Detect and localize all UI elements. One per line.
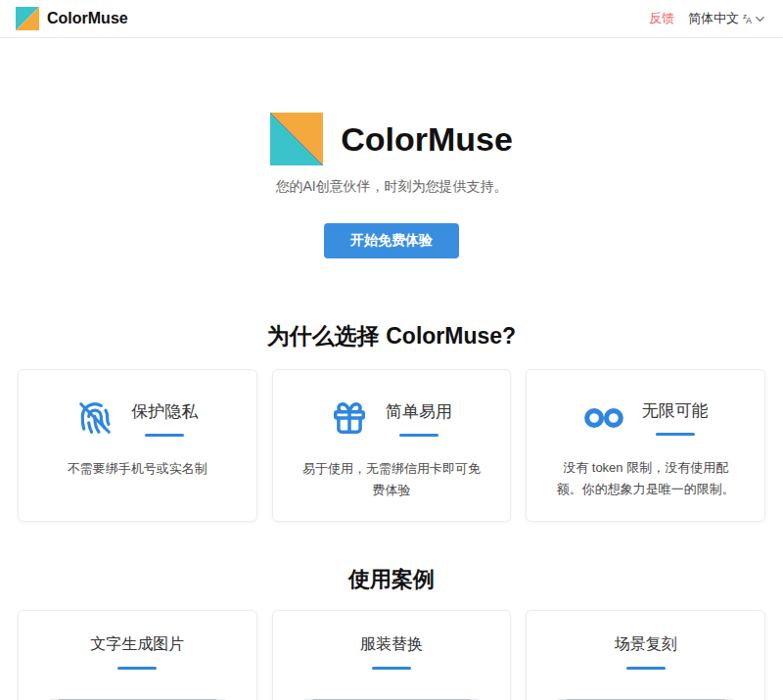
usecase-card-text-to-image: 文字生成图片 bbox=[18, 610, 257, 700]
chevron-down-icon bbox=[755, 14, 765, 24]
gift-icon bbox=[331, 399, 368, 437]
feedback-link[interactable]: 反馈 bbox=[649, 10, 674, 27]
start-free-trial-button[interactable]: 开始免费体验 bbox=[324, 223, 459, 258]
title-underline bbox=[145, 434, 184, 437]
title-underline bbox=[656, 433, 695, 436]
title-underline bbox=[399, 434, 438, 437]
top-header: ColorMuse 反馈 简体中文 zA bbox=[0, 0, 783, 38]
feature-card-privacy: 保护隐私 不需要绑手机号或实名制 bbox=[18, 369, 257, 522]
hero-title: ColorMuse bbox=[341, 120, 513, 159]
feature-cards-row: 保护隐私 不需要绑手机号或实名制 简单易用 bbox=[0, 369, 783, 522]
feature-card-description: 易于使用，无需绑信用卡即可免费体验 bbox=[273, 458, 511, 501]
usecase-section-title: 使用案例 bbox=[0, 565, 783, 594]
brand-name: ColorMuse bbox=[47, 10, 128, 27]
usecase-card-scene-recreate: 场景复刻 bbox=[526, 610, 765, 700]
language-label: 简体中文 bbox=[688, 10, 739, 27]
header-brand[interactable]: ColorMuse bbox=[16, 7, 128, 30]
feature-card-unlimited: 无限可能 没有 token 限制，没有使用配额。你的想象力是唯一的限制。 bbox=[526, 369, 765, 522]
language-switcher[interactable]: 简体中文 zA bbox=[688, 10, 765, 27]
feature-card-title: 无限可能 bbox=[642, 399, 709, 422]
usecase-card-clothes-swap: 服装替换 bbox=[272, 610, 512, 700]
usecase-card-title: 场景复刻 bbox=[615, 634, 677, 655]
hero-subtitle: 您的AI创意伙伴，时刻为您提供支持。 bbox=[0, 178, 783, 196]
translate-icon: zA bbox=[743, 13, 751, 25]
colormuse-logo-icon bbox=[16, 7, 39, 30]
title-underline bbox=[117, 667, 157, 670]
feature-card-description: 不需要绑手机号或实名制 bbox=[19, 458, 256, 480]
colormuse-hero-logo-icon bbox=[270, 113, 323, 165]
title-underline bbox=[372, 667, 411, 670]
infinity-icon bbox=[583, 406, 624, 430]
fingerprint-off-icon bbox=[76, 399, 114, 437]
hero-section: ColorMuse 您的AI创意伙伴，时刻为您提供支持。 开始免费体验 bbox=[0, 113, 783, 258]
title-underline bbox=[626, 667, 666, 670]
usecase-section: 使用案例 文字生成图片 服装替换 场景复刻 bbox=[0, 565, 783, 700]
usecase-card-title: 文字生成图片 bbox=[90, 634, 184, 655]
usecase-cards-row: 文字生成图片 服装替换 场景复刻 bbox=[0, 610, 783, 700]
why-section-title: 为什么选择 ColorMuse? bbox=[0, 321, 783, 351]
feature-card-title: 简单易用 bbox=[386, 400, 452, 423]
feature-card-description: 没有 token 限制，没有使用配额。你的想象力是唯一的限制。 bbox=[527, 457, 764, 500]
usecase-card-title: 服装替换 bbox=[360, 634, 423, 655]
why-section: 为什么选择 ColorMuse? 保护隐私 bbox=[0, 321, 783, 522]
feature-card-title: 保护隐私 bbox=[131, 400, 198, 423]
feature-card-easy: 简单易用 易于使用，无需绑信用卡即可免费体验 bbox=[272, 369, 512, 522]
